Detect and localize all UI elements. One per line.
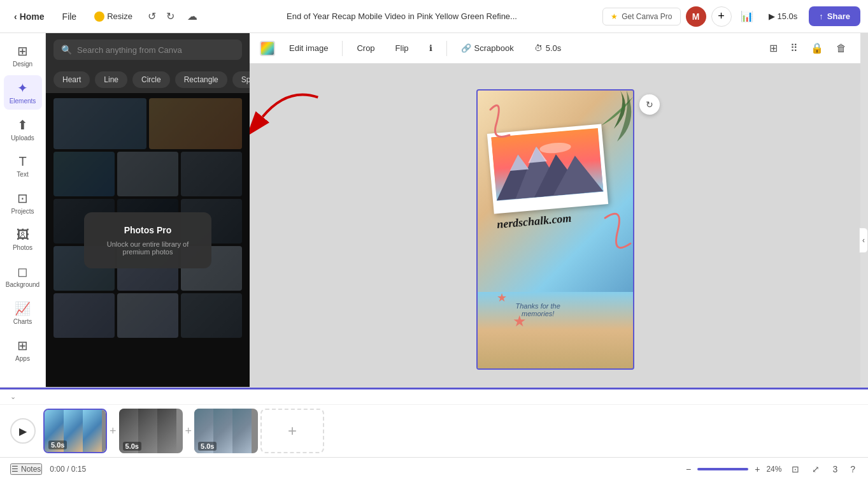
search-input[interactable] <box>77 45 234 55</box>
play-pause-button[interactable]: ▶ <box>10 418 36 444</box>
undo-button[interactable]: ↺ <box>144 6 160 26</box>
elements-label: Elements <box>10 98 36 105</box>
chip-heart[interactable]: Heart <box>53 71 90 88</box>
scrapbook-button[interactable]: 🔗 Scrapbook <box>455 40 520 56</box>
sidebar-item-projects[interactable]: ⊡ Projects <box>4 185 42 220</box>
apps-icon: ⊞ <box>17 338 28 353</box>
topbar-right: ★ Get Canva Pro M + 📊 ▶ 15.0s ↑ Share <box>602 6 860 27</box>
redo-button[interactable]: ↻ <box>162 6 178 26</box>
timeline-header: ⌄ <box>0 389 868 405</box>
text-label: Text <box>17 171 28 178</box>
info-button[interactable]: ℹ <box>423 40 439 56</box>
elements-icon: ✦ <box>17 80 28 96</box>
delete-icon-button[interactable]: 🗑 <box>832 39 850 58</box>
sidebar-item-uploads[interactable]: ⬆ Uploads <box>4 112 42 147</box>
file-label: File <box>62 11 77 22</box>
search-bar: 🔍 <box>46 33 250 66</box>
text-icon: T <box>18 154 26 169</box>
star-icon: ★ <box>611 12 618 21</box>
cloud-save-button[interactable]: ☁ <box>183 6 201 26</box>
zoom-out-button[interactable]: − <box>683 462 694 477</box>
chip-rectangle[interactable]: Rectangle <box>175 71 227 88</box>
share-button[interactable]: ↑ Share <box>809 6 860 26</box>
secondary-toolbar: Edit image Crop Flip ℹ 🔗 Scrapbook ⏱ 5.0… <box>250 33 860 64</box>
back-arrow-icon: ‹ <box>14 11 17 22</box>
canvas-container: nerdschalk.com Thanks for thememories! ★… <box>476 89 634 370</box>
crop-button[interactable]: Crop <box>350 40 381 56</box>
analytics-button[interactable]: 📊 <box>737 6 757 26</box>
grid-icon-button[interactable]: ⠿ <box>786 38 802 58</box>
zoom-in-button[interactable]: + <box>752 462 762 477</box>
file-button[interactable]: File <box>56 8 83 25</box>
avatar-letter: M <box>692 11 700 22</box>
home-button[interactable]: ‹ Home <box>8 8 51 25</box>
crop-label: Crop <box>357 43 374 53</box>
search-input-wrapper[interactable]: 🔍 <box>53 40 242 60</box>
canvas-area: Edit image Crop Flip ℹ 🔗 Scrapbook ⏱ 5.0… <box>250 33 860 387</box>
play-icon: ▶ <box>769 11 775 21</box>
fit-view-button[interactable]: ⊡ <box>789 462 802 477</box>
sidebar-item-photos[interactable]: 🖼 Photos <box>4 222 42 256</box>
preview-button[interactable]: ▶ 15.0s <box>762 8 804 25</box>
resize-icon <box>94 11 104 22</box>
chevron-down-icon: ⌄ <box>10 393 16 401</box>
add-transition-2[interactable]: + <box>185 425 192 438</box>
topbar-left: ‹ Home File Resize ↺ ↻ ☁ <box>8 6 201 26</box>
sidebar-item-design[interactable]: ⊞ Design <box>4 38 42 73</box>
design-canvas[interactable]: nerdschalk.com Thanks for thememories! ★… <box>476 89 634 370</box>
sidebar-item-apps[interactable]: ⊞ Apps <box>4 333 42 367</box>
fullscreen-button[interactable]: ⤢ <box>809 462 822 477</box>
main-area: ⊞ Design ✦ Elements ⬆ Uploads T Text ⊡ P… <box>0 33 868 387</box>
scrapbook-label: Scrapbook <box>474 43 514 53</box>
star-decoration-1: ★ <box>497 291 507 305</box>
timeline-clip-2[interactable]: 5.0s <box>119 409 183 453</box>
duration-button[interactable]: ⏱ 5.0s <box>528 40 568 56</box>
notes-button[interactable]: ☰ Notes <box>10 463 42 475</box>
timeline-clip-3[interactable]: 5.0s <box>194 409 258 453</box>
add-clip-button[interactable]: + <box>260 409 324 453</box>
left-panel: 🔍 Heart Line Circle Rectangle Spa... Pho… <box>46 33 250 387</box>
status-bar: ☰ Notes 0:00 / 0:15 − + 24% ⊡ ⤢ 3 ? <box>0 457 868 480</box>
edit-image-label: Edit image <box>289 43 328 53</box>
sidebar-item-charts[interactable]: 📈 Charts <box>4 296 42 330</box>
home-label: Home <box>20 11 45 22</box>
promo-description: Unlock our entire library of premium pho… <box>97 240 199 256</box>
background-icon: ◻ <box>17 264 28 279</box>
help-button[interactable]: ? <box>848 462 858 477</box>
sidebar-item-elements[interactable]: ✦ Elements <box>4 75 42 110</box>
page-number-button[interactable]: 3 <box>830 462 840 477</box>
edit-image-button[interactable]: Edit image <box>283 40 334 56</box>
background-label: Background <box>6 281 39 288</box>
promo-box: Photos Pro Unlock our entire library of … <box>84 212 211 268</box>
chip-line[interactable]: Line <box>95 71 127 88</box>
add-transition-1[interactable]: + <box>110 425 117 438</box>
toolbar-right: ⊞ ⠿ 🔒 🗑 <box>765 38 850 58</box>
topbar: ‹ Home File Resize ↺ ↻ ☁ End of Year Rec… <box>0 0 868 33</box>
timeline-clip-1[interactable]: 5.0s <box>43 409 107 453</box>
uploads-label: Uploads <box>11 135 34 142</box>
status-right: − + 24% ⊡ ⤢ 3 ? <box>683 462 858 477</box>
promo-title: Photos Pro <box>97 225 199 235</box>
flip-button[interactable]: Flip <box>389 40 415 56</box>
play-icon-timeline: ▶ <box>19 425 27 437</box>
share-label: Share <box>827 11 850 21</box>
refresh-button[interactable]: ↻ <box>639 94 660 115</box>
get-canva-pro-button[interactable]: ★ Get Canva Pro <box>602 8 680 25</box>
timeline-toggle[interactable]: ⌄ <box>10 393 16 401</box>
sidebar-item-text[interactable]: T Text <box>4 149 42 183</box>
zoom-slider[interactable] <box>697 468 748 470</box>
zoom-level: 24% <box>766 465 781 474</box>
avatar[interactable]: M <box>686 6 706 27</box>
canvas-viewport[interactable]: nerdschalk.com Thanks for thememories! ★… <box>250 64 860 387</box>
polaroid-photo[interactable] <box>487 124 608 214</box>
chip-more[interactable]: Spa... <box>232 71 250 88</box>
add-account-button[interactable]: + <box>711 6 732 27</box>
clip-thumb <box>157 409 176 453</box>
chip-circle[interactable]: Circle <box>132 71 170 88</box>
color-swatch[interactable] <box>260 41 275 56</box>
sidebar-item-background[interactable]: ◻ Background <box>4 259 42 293</box>
resize-button[interactable]: Resize <box>88 8 139 25</box>
right-scrollbar[interactable] <box>860 33 868 387</box>
layout-icon-button[interactable]: ⊞ <box>765 38 781 58</box>
lock-icon-button[interactable]: 🔒 <box>807 38 827 58</box>
